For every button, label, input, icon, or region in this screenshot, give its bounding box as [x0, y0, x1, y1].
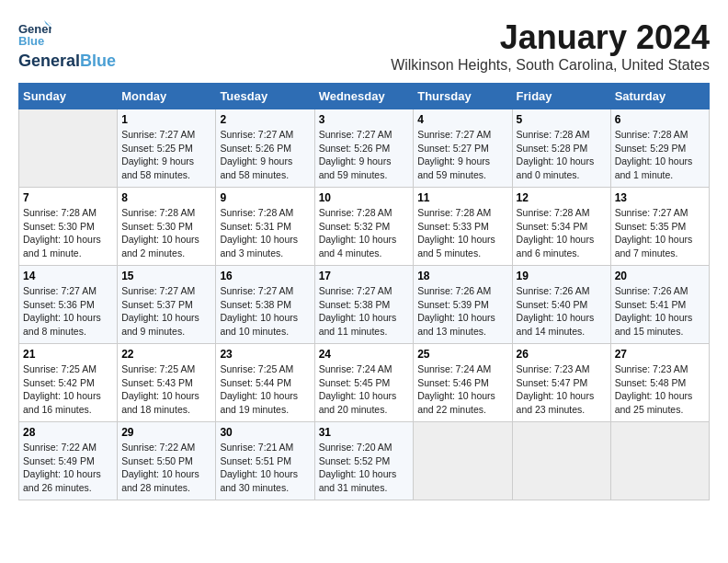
day-of-week-tuesday: Tuesday — [216, 84, 314, 109]
day-number: 29 — [121, 426, 211, 439]
day-number: 19 — [517, 270, 607, 282]
day-of-week-friday: Friday — [512, 84, 610, 109]
calendar-cell — [19, 109, 118, 188]
day-info: Sunrise: 7:26 AM Sunset: 5:41 PM Dayligh… — [615, 284, 705, 339]
day-info: Sunrise: 7:20 AM Sunset: 5:52 PM Dayligh… — [319, 441, 410, 495]
calendar-cell: 7Sunrise: 7:28 AM Sunset: 5:30 PM Daylig… — [19, 188, 118, 266]
day-info: Sunrise: 7:27 AM Sunset: 5:37 PM Dayligh… — [121, 284, 211, 339]
calendar-cell: 14Sunrise: 7:27 AM Sunset: 5:36 PM Dayli… — [19, 266, 118, 344]
day-info: Sunrise: 7:27 AM Sunset: 5:36 PM Dayligh… — [23, 284, 113, 339]
day-number: 16 — [220, 270, 310, 282]
calendar-cell: 28Sunrise: 7:22 AM Sunset: 5:49 PM Dayli… — [19, 422, 118, 500]
logo-blue: Blue — [80, 52, 116, 71]
calendar-cell: 18Sunrise: 7:26 AM Sunset: 5:39 PM Dayli… — [414, 266, 512, 344]
day-number: 17 — [319, 270, 410, 282]
day-number: 15 — [121, 270, 211, 282]
calendar-cell: 15Sunrise: 7:27 AM Sunset: 5:37 PM Dayli… — [118, 266, 216, 344]
calendar-cell: 6Sunrise: 7:28 AM Sunset: 5:29 PM Daylig… — [610, 109, 709, 188]
logo-general: General — [18, 52, 80, 71]
day-info: Sunrise: 7:25 AM Sunset: 5:44 PM Dayligh… — [220, 362, 310, 417]
day-number: 9 — [220, 191, 310, 204]
day-number: 13 — [615, 191, 705, 204]
day-of-week-wednesday: Wednesday — [314, 84, 414, 109]
calendar-cell: 21Sunrise: 7:25 AM Sunset: 5:42 PM Dayli… — [19, 344, 118, 422]
calendar-cell: 12Sunrise: 7:28 AM Sunset: 5:34 PM Dayli… — [512, 188, 610, 266]
calendar-cell: 16Sunrise: 7:27 AM Sunset: 5:38 PM Dayli… — [216, 266, 314, 344]
day-number: 28 — [23, 426, 113, 439]
day-info: Sunrise: 7:27 AM Sunset: 5:38 PM Dayligh… — [220, 284, 310, 339]
calendar-title: January 2024 — [391, 18, 710, 57]
calendar-cell: 5Sunrise: 7:28 AM Sunset: 5:28 PM Daylig… — [512, 109, 610, 188]
calendar-cell: 9Sunrise: 7:28 AM Sunset: 5:31 PM Daylig… — [216, 188, 314, 266]
calendar-week-4: 21Sunrise: 7:25 AM Sunset: 5:42 PM Dayli… — [19, 344, 710, 422]
calendar-body: 1Sunrise: 7:27 AM Sunset: 5:25 PM Daylig… — [19, 109, 710, 500]
day-number: 11 — [417, 191, 507, 204]
day-number: 7 — [23, 191, 113, 204]
calendar-cell: 19Sunrise: 7:26 AM Sunset: 5:40 PM Dayli… — [512, 266, 610, 344]
day-info: Sunrise: 7:28 AM Sunset: 5:33 PM Dayligh… — [417, 206, 507, 260]
day-number: 21 — [23, 348, 113, 361]
day-number: 4 — [417, 113, 507, 126]
day-info: Sunrise: 7:27 AM Sunset: 5:38 PM Dayligh… — [319, 284, 410, 339]
day-number: 30 — [220, 426, 310, 439]
day-number: 14 — [23, 270, 113, 282]
day-info: Sunrise: 7:24 AM Sunset: 5:45 PM Dayligh… — [319, 362, 410, 417]
day-number: 22 — [121, 348, 211, 361]
calendar-cell: 23Sunrise: 7:25 AM Sunset: 5:44 PM Dayli… — [216, 344, 314, 422]
day-info: Sunrise: 7:28 AM Sunset: 5:32 PM Dayligh… — [319, 206, 410, 260]
day-number: 12 — [517, 191, 607, 204]
calendar-week-3: 14Sunrise: 7:27 AM Sunset: 5:36 PM Dayli… — [19, 266, 710, 344]
calendar-week-2: 7Sunrise: 7:28 AM Sunset: 5:30 PM Daylig… — [19, 188, 710, 266]
logo: General Blue General Blue — [18, 18, 116, 71]
svg-text:Blue: Blue — [18, 34, 44, 48]
day-of-week-sunday: Sunday — [19, 84, 118, 109]
calendar-week-1: 1Sunrise: 7:27 AM Sunset: 5:25 PM Daylig… — [19, 109, 710, 188]
calendar-subtitle: Wilkinson Heights, South Carolina, Unite… — [391, 57, 710, 74]
day-info: Sunrise: 7:27 AM Sunset: 5:26 PM Dayligh… — [220, 128, 310, 182]
day-info: Sunrise: 7:21 AM Sunset: 5:51 PM Dayligh… — [220, 441, 310, 495]
day-number: 31 — [319, 426, 410, 439]
day-info: Sunrise: 7:27 AM Sunset: 5:27 PM Dayligh… — [417, 128, 507, 182]
day-number: 8 — [121, 191, 211, 204]
day-info: Sunrise: 7:28 AM Sunset: 5:34 PM Dayligh… — [517, 206, 607, 260]
calendar-week-5: 28Sunrise: 7:22 AM Sunset: 5:49 PM Dayli… — [19, 422, 710, 500]
day-info: Sunrise: 7:28 AM Sunset: 5:29 PM Dayligh… — [615, 128, 705, 182]
day-info: Sunrise: 7:26 AM Sunset: 5:40 PM Dayligh… — [517, 284, 607, 339]
day-number: 24 — [319, 348, 410, 361]
calendar-cell: 1Sunrise: 7:27 AM Sunset: 5:25 PM Daylig… — [118, 109, 216, 188]
day-of-week-saturday: Saturday — [610, 84, 709, 109]
calendar-cell — [512, 422, 610, 500]
calendar-cell: 13Sunrise: 7:27 AM Sunset: 5:35 PM Dayli… — [610, 188, 709, 266]
calendar-cell: 25Sunrise: 7:24 AM Sunset: 5:46 PM Dayli… — [414, 344, 512, 422]
day-info: Sunrise: 7:25 AM Sunset: 5:42 PM Dayligh… — [23, 362, 113, 417]
day-number: 23 — [220, 348, 310, 361]
day-number: 2 — [220, 113, 310, 126]
day-number: 5 — [517, 113, 607, 126]
day-number: 6 — [615, 113, 705, 126]
calendar-cell: 17Sunrise: 7:27 AM Sunset: 5:38 PM Dayli… — [314, 266, 414, 344]
calendar-cell: 10Sunrise: 7:28 AM Sunset: 5:32 PM Dayli… — [314, 188, 414, 266]
day-info: Sunrise: 7:28 AM Sunset: 5:28 PM Dayligh… — [517, 128, 607, 182]
day-info: Sunrise: 7:27 AM Sunset: 5:26 PM Dayligh… — [319, 128, 410, 182]
title-area: January 2024 Wilkinson Heights, South Ca… — [391, 18, 710, 74]
day-of-week-monday: Monday — [118, 84, 216, 109]
day-info: Sunrise: 7:27 AM Sunset: 5:35 PM Dayligh… — [615, 206, 705, 260]
day-info: Sunrise: 7:26 AM Sunset: 5:39 PM Dayligh… — [417, 284, 507, 339]
calendar-cell: 22Sunrise: 7:25 AM Sunset: 5:43 PM Dayli… — [118, 344, 216, 422]
day-number: 18 — [417, 270, 507, 282]
calendar-cell: 31Sunrise: 7:20 AM Sunset: 5:52 PM Dayli… — [314, 422, 414, 500]
page-header: General Blue General Blue January 2024 W… — [18, 18, 710, 74]
day-info: Sunrise: 7:28 AM Sunset: 5:31 PM Dayligh… — [220, 206, 310, 260]
day-info: Sunrise: 7:28 AM Sunset: 5:30 PM Dayligh… — [121, 206, 211, 260]
calendar-cell: 30Sunrise: 7:21 AM Sunset: 5:51 PM Dayli… — [216, 422, 314, 500]
calendar-cell: 8Sunrise: 7:28 AM Sunset: 5:30 PM Daylig… — [118, 188, 216, 266]
calendar-cell — [414, 422, 512, 500]
calendar-cell: 4Sunrise: 7:27 AM Sunset: 5:27 PM Daylig… — [414, 109, 512, 188]
calendar-cell: 11Sunrise: 7:28 AM Sunset: 5:33 PM Dayli… — [414, 188, 512, 266]
day-number: 27 — [615, 348, 705, 361]
calendar-cell: 20Sunrise: 7:26 AM Sunset: 5:41 PM Dayli… — [610, 266, 709, 344]
day-number: 20 — [615, 270, 705, 282]
day-info: Sunrise: 7:22 AM Sunset: 5:50 PM Dayligh… — [121, 441, 211, 495]
day-info: Sunrise: 7:25 AM Sunset: 5:43 PM Dayligh… — [121, 362, 211, 417]
day-info: Sunrise: 7:23 AM Sunset: 5:48 PM Dayligh… — [615, 362, 705, 417]
